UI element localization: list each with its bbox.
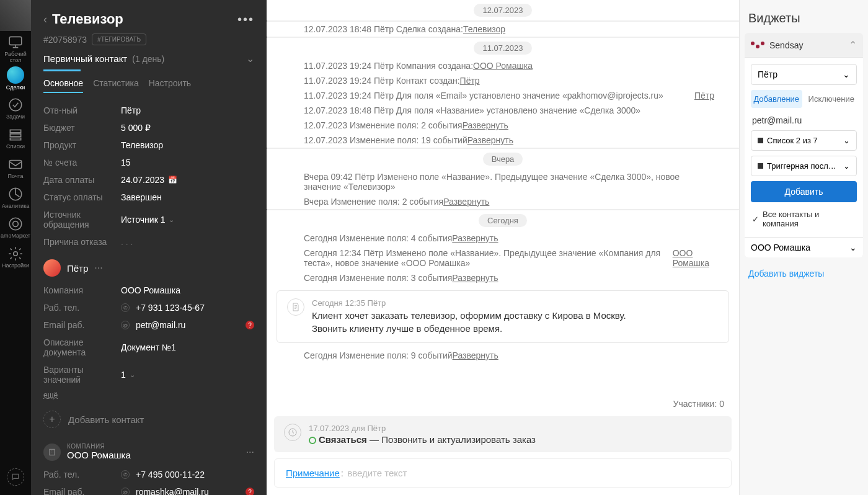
field-label: Варианты значений [43, 365, 121, 385]
task-text: — Позвонить и актуализировать заказ [367, 434, 536, 445]
widget-company-select[interactable]: ООО Ромашка⌄ [745, 237, 863, 257]
nav-label: amoМаркет [1, 233, 30, 239]
composer-type-selector[interactable]: Примечание [286, 468, 340, 478]
field-pay-date[interactable]: 24.07.2023📅 [121, 175, 177, 185]
contact-doc[interactable]: Документ №1 [121, 342, 176, 352]
field-budget[interactable]: 5 000 ₽ [121, 123, 151, 133]
activity-feed: 12.07.2023 12.07.2023 18:48 Пётр Сделка … [267, 0, 740, 495]
nav-item-tasks[interactable]: Задачи [0, 94, 31, 123]
field-invoice[interactable]: 15 [121, 158, 131, 167]
date-separator: 12.07.2023 [474, 4, 531, 17]
note-composer[interactable]: Примечание: введите текст [274, 458, 732, 488]
contact-company[interactable]: ООО Ромашка [121, 285, 180, 295]
nav-item-lists[interactable]: Списки [0, 123, 31, 153]
expand-link[interactable]: Развернуть [467, 135, 513, 145]
chevron-down-icon: ⌄ [843, 69, 850, 79]
contact-phone[interactable]: ✆+7 931 123-45-67 [121, 303, 205, 313]
contact-variants[interactable]: 1⌄ [121, 370, 135, 380]
nav-item-dashboard[interactable]: Рабочий стол [0, 34, 31, 64]
toggle-exclude[interactable]: Исключение [806, 90, 857, 108]
nav-item-market[interactable]: amoМаркет [0, 213, 31, 243]
add-contact-button[interactable]: + Добавить контакт [31, 402, 267, 437]
feed-link[interactable]: Пётр [460, 76, 480, 86]
svg-point-7 [9, 218, 22, 230]
chevron-down-icon: ⌄ [169, 216, 174, 224]
widget-contact-select[interactable]: Пётр⌄ [751, 64, 857, 85]
field-label: Причина отказа [43, 237, 121, 247]
nav-label: Рабочий стол [0, 51, 31, 64]
expand-link[interactable]: Развернуть [443, 197, 489, 207]
widget-trigger-select[interactable]: Триггерная последовательность⌄ [751, 156, 857, 176]
stage-days: (1 день) [132, 54, 164, 64]
contact-more-link[interactable]: ещё [31, 388, 267, 402]
field-label: № счета [43, 158, 121, 167]
feed-entry: 12.07.2023 Изменение поля: 2 события Раз… [267, 118, 739, 133]
warning-icon[interactable]: ? [246, 488, 254, 495]
feed-entry: 12.07.2023 18:48 Пётр Для поля «Название… [267, 103, 739, 118]
back-button[interactable]: ‹ [43, 13, 47, 26]
tag-button[interactable]: #ТЕГИРОВАТЬ [92, 33, 146, 45]
field-product[interactable]: Телевизор [121, 140, 163, 150]
widget-list-select[interactable]: Список 2 из 7⌄ [751, 130, 857, 151]
contact-email[interactable]: @petr@mail.ru? [121, 320, 254, 330]
contact-more-button[interactable]: ··· [94, 262, 102, 274]
at-icon: @ [121, 321, 130, 329]
company-phone[interactable]: ✆+7 495 000-11-22 [121, 470, 205, 479]
participants-count[interactable]: Участники: 0 [267, 394, 739, 414]
widget-header[interactable]: Sendsay ⌃ [745, 33, 863, 57]
nav-item-deals[interactable]: Сделки [0, 64, 31, 94]
expand-link[interactable]: Развернуть [452, 233, 498, 243]
tab-setup[interactable]: Настроить [149, 78, 191, 93]
list-icon [7, 127, 24, 143]
monitor-icon [7, 34, 24, 50]
svg-rect-5 [9, 161, 22, 169]
feed-entry: Сегодня 12:34 Пётр Изменено поле «Назван… [267, 246, 739, 270]
company-avatar[interactable] [43, 444, 61, 461]
widgets-panel: Виджеты Sendsay ⌃ Пётр⌄ Добавление Исклю… [740, 0, 868, 495]
company-label: КОМПАНИЯ [67, 443, 131, 450]
expand-link[interactable]: Развернуть [463, 120, 508, 130]
widget-checkbox[interactable]: ✓Все контакты и компания [751, 207, 857, 231]
svg-rect-4 [10, 138, 20, 140]
field-source[interactable]: Источник 1⌄ [121, 215, 174, 225]
feed-link[interactable]: Телевизор [463, 24, 505, 34]
company-name[interactable]: ООО Ромашка [67, 450, 131, 460]
company-block: КОМПАНИЯ ООО Ромашка ··· Раб. тел.✆+7 49… [31, 437, 267, 495]
field-reject[interactable]: . . . [121, 237, 133, 247]
add-widgets-link[interactable]: Добавить виджеты [745, 262, 863, 285]
company-more-button[interactable]: ··· [246, 447, 254, 458]
tab-main[interactable]: Основное [43, 78, 83, 93]
feed-entry: 11.07.2023 19:24 Пётр Компания создана: … [267, 58, 739, 73]
task-card[interactable]: 17.07.2023 для Пётр Связаться — Позвонит… [274, 416, 732, 452]
nav-logo [0, 0, 31, 31]
chevron-down-icon: ⌄ [130, 371, 135, 379]
feed-link[interactable]: ООО Ромашка [473, 61, 533, 71]
nav-item-analytics[interactable]: Аналитика [0, 183, 31, 213]
nav-chat-button[interactable] [7, 468, 24, 486]
feed-entry: Сегодня Изменение поля: 4 события Развер… [267, 231, 739, 246]
deals-icon [7, 66, 24, 84]
contact-avatar[interactable] [43, 259, 61, 277]
field-pay-status[interactable]: Завершен [121, 192, 162, 202]
expand-link[interactable]: Развернуть [453, 350, 498, 360]
svg-rect-10 [50, 449, 55, 455]
feed-entry: Вчера Изменение поля: 2 события Разверну… [267, 194, 739, 209]
nav-item-mail[interactable]: Почта [0, 153, 31, 183]
widgets-title: Виджеты [745, 9, 863, 33]
stage-selector[interactable]: Первичный контакт (1 день) ⌄ [31, 53, 267, 69]
tab-stats[interactable]: Статистика [93, 78, 139, 93]
nav-item-settings[interactable]: Настройки [0, 243, 31, 272]
expand-link[interactable]: Развернуть [452, 273, 498, 283]
warning-icon[interactable]: ? [246, 321, 254, 329]
feed-entry: 11.07.2023 19:24 Пётр Для поля «Email» у… [267, 88, 739, 103]
company-email[interactable]: @romashka@mail.ru? [121, 487, 254, 495]
left-nav: Рабочий стол Сделки Задачи Списки Почта … [0, 0, 31, 495]
toggle-add[interactable]: Добавление [751, 90, 802, 108]
feed-link[interactable]: ООО Ромашка [673, 248, 714, 268]
field-responsible[interactable]: Пётр [121, 105, 141, 115]
widget-add-button[interactable]: Добавить [751, 181, 857, 202]
deal-more-button[interactable]: ••• [237, 12, 254, 27]
field-label: Бюджет [43, 123, 121, 133]
contact-name[interactable]: Пётр [67, 263, 88, 274]
feed-link[interactable]: Пётр [694, 91, 714, 100]
